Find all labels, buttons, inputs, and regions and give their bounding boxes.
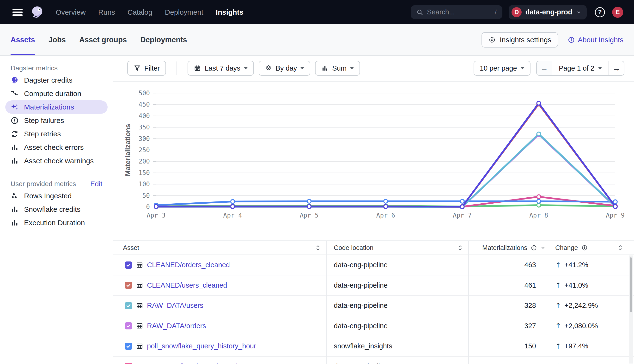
page-select-dropdown[interactable]: Page 1 of 2 (552, 61, 609, 75)
materializations-cell: 463 (469, 255, 546, 275)
sidebar-item-materializations[interactable]: Materializations (5, 100, 108, 114)
table-row: CLEANED/locations_cleaneddata-eng-pipeli… (113, 356, 634, 364)
table-row: RAW_DATA/usersdata-eng-pipeline328↑+2,24… (113, 296, 634, 316)
asset-link[interactable]: poll_snowflake_query_history_hour (147, 342, 256, 350)
funnel-icon (134, 64, 141, 72)
asset-link[interactable]: CLEANED/users_cleaned (147, 282, 227, 289)
sidebar-item-step-retries[interactable]: Step retries (0, 127, 113, 141)
chevron-down-icon (576, 10, 582, 15)
sidebar-item-rows-ingested[interactable]: Rows Ingested (0, 189, 113, 203)
chevron-down-icon[interactable] (540, 245, 546, 250)
main-content: Filter Last 7 days By day (113, 56, 634, 364)
up-arrow-icon: ↑ (555, 302, 561, 310)
row-checkbox[interactable] (125, 302, 132, 309)
about-insights-link[interactable]: About Insights (568, 36, 624, 44)
table-asset-icon (136, 282, 143, 289)
row-checkbox[interactable] (125, 343, 132, 350)
info-icon[interactable] (582, 245, 588, 251)
search-input[interactable]: Search... / (411, 5, 502, 19)
svg-text:500: 500 (138, 90, 150, 97)
sidebar-section-title: Dagster metrics (10, 64, 58, 72)
next-page-button[interactable]: → (609, 61, 624, 75)
up-arrow-icon: ↑ (555, 362, 561, 364)
row-checkbox[interactable] (125, 322, 132, 330)
table-scrollbar[interactable] (629, 256, 633, 364)
help-icon[interactable]: ? (595, 7, 605, 17)
materializations-chart: 050100150200250300350400450500Apr 3Apr 4… (113, 84, 634, 221)
nav-item-overview[interactable]: Overview (56, 8, 86, 16)
row-checkbox[interactable] (125, 363, 132, 364)
group-by-label: By day (276, 64, 297, 72)
date-range-dropdown[interactable]: Last 7 days (188, 61, 254, 76)
refresh-icon (10, 130, 19, 138)
asset-link[interactable]: RAW_DATA/orders (147, 322, 206, 330)
per-page-dropdown[interactable]: 10 per page (474, 61, 530, 76)
column-header-materializations[interactable]: Materializations (469, 241, 546, 254)
svg-text:300: 300 (138, 135, 150, 142)
row-checkbox[interactable] (125, 262, 132, 269)
chart-controls: Filter Last 7 days By day (113, 56, 634, 82)
code-location-cell: data-eng-pipeline (326, 316, 469, 336)
svg-text:200: 200 (138, 158, 150, 165)
tab-deployments[interactable]: Deployments (140, 24, 187, 55)
tab-actions: Insights settings About Insights (482, 24, 634, 55)
caret-down-icon (300, 67, 304, 70)
caret-down-icon (598, 67, 602, 70)
tabs-bar: AssetsJobsAsset groupsDeployments Insigh… (0, 24, 634, 56)
svg-text:Apr 4: Apr 4 (223, 212, 242, 219)
row-checkbox[interactable] (125, 282, 132, 289)
per-page-label: 10 per page (480, 64, 517, 72)
column-header-asset[interactable]: Asset (113, 241, 326, 254)
aggregate-dropdown[interactable]: Sum (315, 61, 360, 76)
sidebar-item-execution-duration[interactable]: Execution Duration (0, 216, 113, 230)
sidebar-item-step-failures[interactable]: Step failures (0, 114, 113, 127)
sidebar-item-compute-duration[interactable]: Compute duration (0, 87, 113, 100)
asset-link[interactable]: RAW_DATA/users (147, 302, 204, 310)
table-body: CLEANED/orders_cleaneddata-eng-pipeline4… (113, 255, 634, 364)
insights-settings-button[interactable]: Insights settings (482, 32, 558, 48)
tab-assets[interactable]: Assets (10, 24, 35, 55)
nav-item-deployment[interactable]: Deployment (165, 8, 203, 16)
sidebar-item-asset-check-errors[interactable]: Asset check errors (0, 141, 113, 154)
pager: ← Page 1 of 2 → (536, 61, 624, 76)
materializations-cell: 328 (469, 296, 546, 316)
edit-metrics-link[interactable]: Edit (90, 180, 102, 188)
deployment-badge: D (512, 7, 522, 17)
scrollbar-thumb[interactable] (630, 258, 632, 312)
caret-down-icon (521, 67, 524, 70)
dagster-logo-icon[interactable] (30, 5, 44, 19)
svg-text:Apr 9: Apr 9 (606, 212, 625, 219)
tab-jobs[interactable]: Jobs (48, 24, 66, 55)
info-icon[interactable] (531, 245, 537, 251)
nav-item-runs[interactable]: Runs (98, 8, 115, 16)
sidebar-item-dagster-credits[interactable]: Dagster credits (0, 74, 113, 87)
table-row: CLEANED/orders_cleaneddata-eng-pipeline4… (113, 255, 634, 276)
code-location-cell: data-eng-pipeline (326, 296, 469, 316)
svg-text:Apr 7: Apr 7 (453, 212, 472, 219)
asset-link[interactable]: CLEANED/locations_cleaned (147, 362, 238, 364)
svg-text:50: 50 (142, 192, 150, 199)
bar-chart-icon (321, 64, 328, 72)
sort-icon[interactable] (315, 244, 321, 251)
top-nav-items: OverviewRunsCatalogDeploymentInsights (56, 8, 244, 16)
prev-page-button[interactable]: ← (537, 61, 552, 75)
user-avatar[interactable]: E (612, 7, 623, 18)
sidebar-item-asset-check-warnings[interactable]: Asset check warnings (0, 154, 113, 168)
filter-button[interactable]: Filter (127, 61, 166, 76)
tab-asset-groups[interactable]: Asset groups (79, 24, 127, 55)
group-by-dropdown[interactable]: By day (259, 61, 310, 76)
menu-icon[interactable] (12, 9, 22, 16)
nav-item-insights[interactable]: Insights (216, 8, 244, 16)
change-cell: ↑+41.2% (546, 255, 628, 275)
column-header-code-location[interactable]: Code location (326, 241, 469, 254)
nav-item-catalog[interactable]: Catalog (128, 8, 152, 16)
svg-text:Apr 6: Apr 6 (376, 212, 395, 219)
deployment-switcher[interactable]: D data-eng-prod (509, 5, 587, 20)
sidebar-item-label: Step failures (24, 116, 64, 124)
sidebar-item-snowflake-credits[interactable]: Snowflake credits (0, 203, 113, 216)
asset-link[interactable]: CLEANED/orders_cleaned (147, 261, 230, 269)
code-location-value: data-eng-pipeline (334, 322, 388, 330)
column-header-change[interactable]: Change (546, 241, 628, 254)
sort-icon[interactable] (457, 244, 463, 251)
sort-icon[interactable] (618, 244, 623, 251)
